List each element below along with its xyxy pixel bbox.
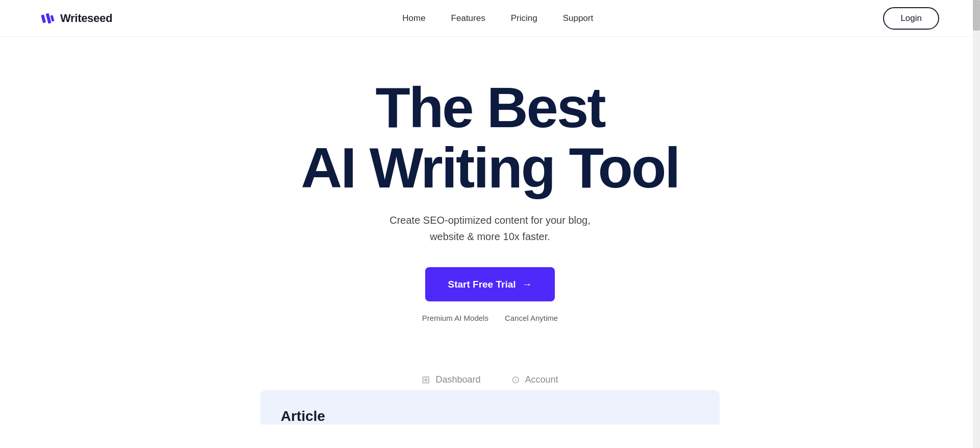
navbar: Writeseed Home Features Pricing Support … [0, 0, 980, 37]
account-icon: ⊙ [511, 373, 520, 386]
svg-rect-0 [41, 14, 46, 23]
bottom-tabs: ⊞ Dashboard ⊙ Account [422, 373, 558, 386]
svg-rect-2 [51, 15, 55, 21]
tab-dashboard-label: Dashboard [435, 374, 480, 385]
brand-name: Writeseed [60, 12, 112, 25]
tab-dashboard[interactable]: ⊞ Dashboard [422, 373, 480, 386]
nav-support[interactable]: Support [563, 13, 594, 23]
cta-button[interactable]: Start Free Trial → [425, 267, 554, 301]
login-button[interactable]: Login [883, 7, 939, 30]
cta-label: Start Free Trial [448, 279, 516, 290]
bottom-section: ⊞ Dashboard ⊙ Account Article [0, 373, 980, 425]
scrollbar-thumb[interactable] [973, 0, 980, 31]
hero-badges: Premium AI Models Cancel Anytime [422, 314, 558, 322]
nav-links: Home Features Pricing Support [402, 13, 593, 23]
hero-title: The Best AI Writing Tool [301, 78, 679, 198]
nav-home[interactable]: Home [402, 13, 425, 23]
article-heading: Article [281, 408, 699, 425]
tab-account-label: Account [525, 374, 558, 385]
hero-title-line1: The Best [375, 76, 604, 139]
nav-pricing[interactable]: Pricing [511, 13, 537, 23]
hero-badge-2: Cancel Anytime [505, 314, 558, 322]
cta-arrow-icon: → [522, 278, 532, 290]
nav-features[interactable]: Features [451, 13, 485, 23]
tab-account[interactable]: ⊙ Account [511, 373, 558, 386]
logo-icon [41, 11, 55, 26]
hero-badge-1: Premium AI Models [422, 314, 488, 322]
article-panel: Article [260, 390, 720, 425]
dashboard-icon: ⊞ [422, 373, 430, 386]
scrollbar[interactable] [973, 0, 980, 448]
hero-title-line2: AI Writing Tool [301, 136, 679, 200]
brand-logo[interactable]: Writeseed [41, 11, 112, 26]
hero-subtitle: Create SEO-optimized content for your bl… [383, 212, 597, 245]
svg-rect-1 [46, 13, 52, 23]
hero-section: The Best AI Writing Tool Create SEO-opti… [0, 37, 980, 353]
